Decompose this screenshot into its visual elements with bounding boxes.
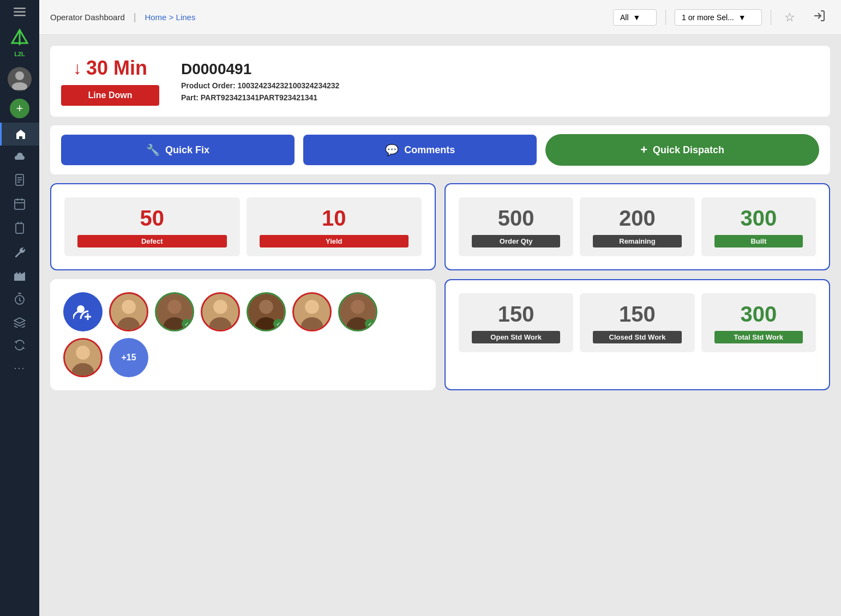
svg-point-23	[122, 300, 136, 314]
order-qty-box: 500 Order Qty	[459, 197, 573, 256]
topbar-title: Operator Dashboard	[50, 13, 125, 22]
order-qty-card: 500 Order Qty 200 Remaining 300 Built	[444, 183, 830, 270]
svg-point-41	[76, 346, 90, 360]
login-icon	[813, 9, 826, 22]
comments-button[interactable]: 💬 Comments	[303, 135, 537, 165]
team-member-6[interactable]: ✓	[338, 292, 377, 331]
built-value: 300	[740, 206, 777, 231]
team-member-2[interactable]: ✓	[155, 292, 194, 331]
menu-icon[interactable]	[10, 4, 29, 22]
svg-point-32	[259, 300, 273, 314]
yield-value: 10	[322, 206, 346, 231]
breadcrumb: Home > Lines	[145, 13, 195, 22]
defect-yield-card: 50 Defect 10 Yield	[50, 183, 436, 270]
team-member-4[interactable]: ✓	[247, 292, 286, 331]
line-down-button[interactable]: Line Down	[61, 85, 159, 106]
user-avatar[interactable]	[8, 67, 32, 91]
svg-rect-1	[14, 11, 26, 13]
dropdown-arrow-icon: ▼	[633, 13, 641, 22]
sidebar-item-clipboard[interactable]	[0, 216, 39, 239]
yield-box: 10 Yield	[247, 197, 422, 256]
sidebar-item-document[interactable]	[0, 168, 39, 191]
filter-sel-dropdown[interactable]: 1 or more Sel... ▼	[675, 9, 762, 26]
std-work-card: 150 Open Std Work 150 Closed Std Work 30…	[444, 279, 830, 390]
open-std-label: Open Std Work	[472, 331, 560, 343]
add-button[interactable]: +	[10, 99, 29, 118]
total-std-value: 300	[740, 302, 777, 327]
order-qty-label: Order Qty	[472, 235, 560, 247]
star-icon: ☆	[784, 10, 795, 24]
team-member-3[interactable]	[201, 292, 240, 331]
status-time: ↓ 30 Min	[73, 57, 147, 80]
check-badge-2: ✓	[182, 319, 191, 329]
quick-fix-button[interactable]: 🔧 Quick Fix	[61, 135, 295, 165]
sidebar-item-more[interactable]: ···	[0, 357, 39, 379]
avatar-1	[111, 292, 147, 331]
closed-std-value: 150	[619, 302, 656, 327]
sidebar-item-timer[interactable]	[0, 287, 39, 310]
sidebar-item-education[interactable]	[0, 311, 39, 333]
order-qty-value: 500	[498, 206, 534, 231]
more-members-button[interactable]: +15	[109, 338, 148, 377]
topbar-separator: |	[134, 11, 136, 23]
sidebar-item-factory[interactable]	[0, 264, 39, 286]
down-arrow-icon: ↓	[73, 58, 82, 78]
defect-value: 50	[140, 206, 165, 231]
order-id: D0000491	[181, 61, 339, 78]
sidebar: L2L +	[0, 0, 39, 616]
built-box: 300 Built	[701, 197, 816, 256]
comment-icon: 💬	[385, 143, 399, 156]
total-std-label: Total Std Work	[714, 331, 803, 343]
svg-point-7	[12, 82, 27, 90]
svg-rect-0	[14, 8, 26, 9]
closed-std-box: 150 Closed Std Work	[580, 293, 694, 352]
avatar-5	[294, 292, 330, 331]
remaining-value: 200	[619, 206, 656, 231]
add-member-button[interactable]	[63, 292, 103, 331]
defect-box: 50 Defect	[64, 197, 240, 256]
remaining-label: Remaining	[593, 235, 681, 247]
avatar-7	[65, 338, 101, 377]
remaining-box: 200 Remaining	[580, 197, 694, 256]
logo: L2L	[8, 26, 32, 57]
quick-dispatch-button[interactable]: + Quick Dispatch	[545, 134, 819, 166]
check-badge-6: ✓	[365, 319, 375, 329]
team-member-5[interactable]	[292, 292, 332, 331]
svg-point-6	[15, 71, 24, 80]
wrench-icon: 🔧	[146, 143, 160, 156]
filter-all-dropdown[interactable]: All ▼	[613, 9, 657, 26]
content-area: ↓ 30 Min Line Down D0000491 Product Orde…	[39, 35, 841, 616]
svg-point-26	[167, 300, 182, 314]
svg-point-35	[305, 300, 319, 314]
defect-yield-inner: 50 Defect 10 Yield	[64, 197, 422, 256]
svg-point-29	[213, 300, 227, 314]
topbar-divider	[665, 10, 666, 25]
sidebar-item-cloud[interactable]	[0, 147, 39, 167]
order-qty-inner: 500 Order Qty 200 Remaining 300 Built	[459, 197, 816, 256]
sidebar-item-refresh[interactable]	[0, 334, 39, 356]
team-member-7[interactable]	[63, 338, 103, 377]
sidebar-item-calendar[interactable]	[0, 192, 39, 215]
topbar-divider2	[771, 10, 771, 25]
std-work-inner: 150 Open Std Work 150 Closed Std Work 30…	[459, 293, 816, 352]
status-left: ↓ 30 Min Line Down	[61, 57, 159, 106]
favorite-button[interactable]: ☆	[780, 8, 800, 27]
defect-label: Defect	[77, 235, 227, 247]
product-order-detail: Product Order: 100324234232100324234232	[181, 81, 339, 90]
built-label: Built	[714, 235, 803, 247]
open-std-box: 150 Open Std Work	[459, 293, 573, 352]
open-std-value: 150	[498, 302, 534, 327]
svg-rect-12	[15, 200, 25, 209]
sidebar-item-home[interactable]	[0, 123, 39, 146]
dropdown-arrow2-icon: ▼	[738, 13, 746, 22]
metrics-grid: 50 Defect 10 Yield 500 Order Qty	[50, 183, 830, 390]
check-badge-4: ✓	[273, 319, 283, 329]
action-buttons-card: 🔧 Quick Fix 💬 Comments + Quick Dispatch	[50, 125, 830, 174]
status-card: ↓ 30 Min Line Down D0000491 Product Orde…	[50, 46, 830, 117]
sidebar-item-wrench[interactable]	[0, 240, 39, 263]
team-member-1[interactable]	[109, 292, 148, 331]
login-button[interactable]	[808, 7, 830, 27]
team-card: ✓ ✓	[50, 279, 436, 390]
svg-rect-16	[16, 224, 23, 233]
yield-label: Yield	[260, 235, 409, 247]
